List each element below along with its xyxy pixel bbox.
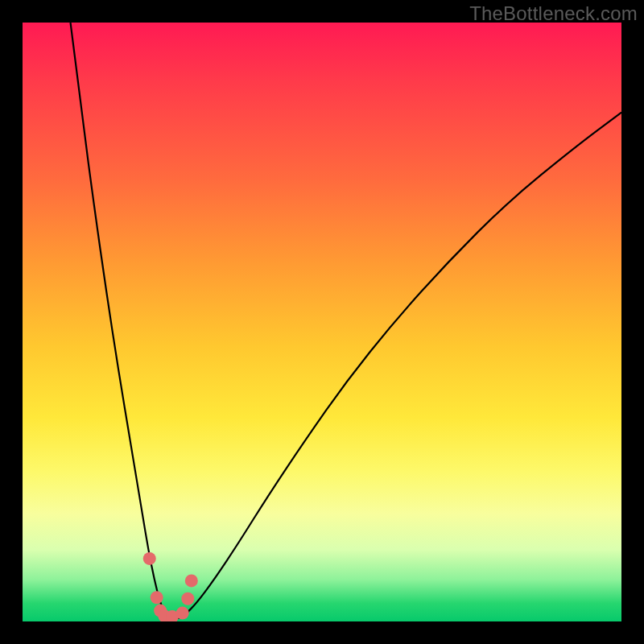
- watermark-label: TheBottleneck.com: [469, 2, 638, 25]
- chart-svg: [23, 23, 621, 621]
- bottleneck-curve-path: [71, 23, 621, 618]
- highlight-marker: [151, 591, 163, 604]
- highlight-marker: [176, 607, 189, 620]
- highlight-marker: [143, 552, 156, 565]
- plot-area: [23, 23, 621, 621]
- chart-frame: TheBottleneck.com: [0, 0, 644, 644]
- highlight-marker: [185, 574, 198, 587]
- highlight-marker: [181, 592, 194, 605]
